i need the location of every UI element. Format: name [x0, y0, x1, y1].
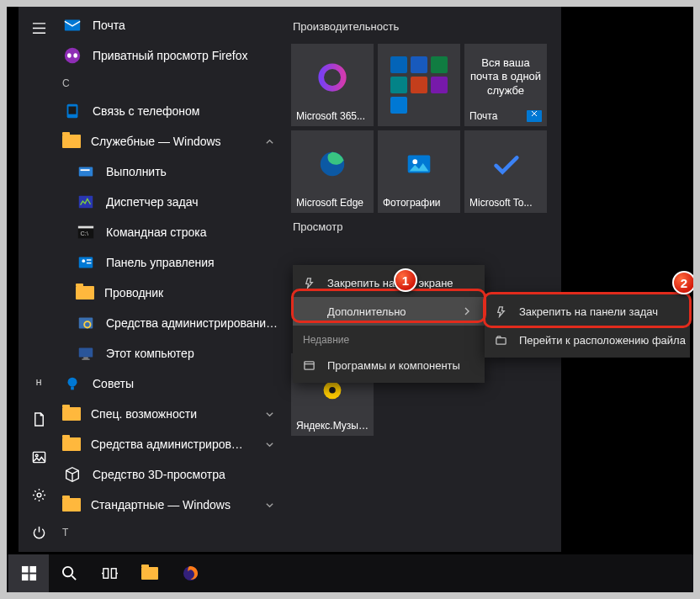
app-label: Панель управления [106, 256, 281, 269]
power-icon[interactable] [19, 514, 59, 552]
menu-label: Закрепить на нач экране [327, 277, 453, 289]
tile-group-title[interactable]: Просмотр [293, 217, 561, 236]
section-header[interactable]: Т [59, 520, 281, 545]
desktop-viewport: н Почта Приватный просмотр Firefox [7, 7, 693, 592]
list-item[interactable]: Почта [59, 10, 281, 40]
taskbar[interactable] [7, 554, 693, 592]
svg-rect-9 [79, 167, 93, 177]
svg-rect-18 [87, 262, 92, 263]
menu-pin-taskbar[interactable]: Закрепить на панели задач [485, 297, 690, 326]
list-item-folder[interactable]: Стандартные — Windows [59, 490, 281, 520]
apps-list[interactable]: Почта Приватный просмотр Firefox С Связь… [59, 7, 281, 552]
list-item[interactable]: Советы [59, 368, 281, 399]
app-label: Командная строка [106, 225, 281, 239]
tile-edge[interactable]: Microsoft Edge [291, 130, 374, 213]
chevron-up-icon [257, 137, 281, 146]
app-label: Приватный просмотр Firefox [93, 49, 281, 62]
list-item-folder[interactable]: Служебные — Windows [59, 126, 281, 156]
list-item-folder[interactable]: Средства администрирования W... [59, 429, 281, 459]
callout-badge-2: 2 [672, 271, 693, 294]
documents-icon[interactable] [19, 400, 59, 438]
context-menu: Закрепить на нач экране Дополнительно Не… [293, 265, 485, 383]
svg-point-24 [68, 378, 77, 387]
list-item[interactable]: Приватный просмотр Firefox [59, 40, 281, 71]
taskbar-firefox[interactable] [170, 554, 210, 592]
folder-icon [62, 135, 81, 148]
svg-point-16 [82, 259, 85, 262]
menu-programs[interactable]: Программы и компоненты [293, 351, 485, 379]
tile-ms365[interactable]: Microsoft 365... [291, 44, 374, 126]
search-button[interactable] [49, 554, 89, 592]
start-button[interactable] [8, 554, 49, 592]
chevron-down-icon [257, 501, 281, 510]
app-label: Служебные — Windows [91, 135, 247, 148]
rail-letter[interactable]: н [19, 363, 59, 400]
svg-rect-17 [87, 259, 92, 260]
tile-mail[interactable]: Вся ваша почта в одной службе Почта [464, 44, 547, 126]
start-rail: н [19, 7, 59, 552]
svg-rect-23 [82, 358, 89, 359]
svg-rect-40 [111, 569, 116, 578]
svg-rect-36 [21, 574, 28, 580]
folder-icon [62, 437, 81, 451]
app-label: Стандартные — Windows [91, 498, 247, 512]
tile-office-apps[interactable] [378, 44, 460, 126]
list-item[interactable]: Средство 3D-просмотра [59, 459, 281, 490]
svg-rect-32 [305, 361, 314, 368]
menu-open-location[interactable]: Перейти к расположению файла [485, 326, 690, 354]
svg-text:C:\: C:\ [81, 230, 89, 237]
chevron-right-icon [463, 305, 471, 318]
app-label: Проводник [104, 286, 281, 300]
phone-link-icon [62, 101, 82, 121]
svg-point-4 [65, 48, 80, 63]
list-item[interactable]: Средства администрирования Win [59, 308, 281, 338]
svg-point-1 [35, 454, 38, 457]
svg-rect-34 [21, 566, 28, 573]
menu-label: Дополнительно [327, 305, 406, 318]
menu-pin-start[interactable]: Закрепить на нач экране [293, 268, 485, 297]
svg-point-5 [67, 53, 72, 58]
list-item[interactable]: Связь с телефоном [59, 96, 281, 126]
svg-point-26 [321, 66, 344, 88]
svg-rect-21 [79, 348, 93, 358]
list-item[interactable]: Этот компьютер [59, 338, 281, 368]
list-item-folder[interactable]: Спец. возможности [59, 399, 281, 429]
chevron-down-icon [257, 440, 281, 449]
hamburger-button[interactable] [19, 9, 59, 47]
explorer-icon [76, 286, 94, 300]
tile-label: Почта [469, 110, 497, 122]
app-label: Советы [93, 377, 281, 390]
svg-rect-35 [29, 566, 36, 573]
tile-group-title[interactable]: Производительность [293, 17, 561, 35]
firefox-private-icon [62, 45, 82, 66]
app-label: Средства администрирования Win [106, 316, 281, 330]
svg-point-6 [73, 53, 77, 58]
this-pc-icon [76, 343, 96, 363]
list-item[interactable]: Диспетчер задач [59, 187, 281, 217]
list-item[interactable]: Выполнить [59, 156, 281, 187]
menu-more[interactable]: Дополнительно [293, 297, 485, 326]
list-item[interactable]: C:\ Командная строка [59, 217, 281, 247]
tile-label: Фотографии [378, 197, 460, 213]
tile-todo[interactable]: Microsoft To... [464, 130, 547, 213]
svg-rect-39 [103, 569, 108, 578]
settings-icon[interactable] [19, 476, 59, 514]
mail-icon [527, 110, 542, 122]
app-label: Спец. возможности [91, 407, 247, 421]
tile-photos[interactable]: Фотографии [378, 130, 460, 213]
pictures-icon[interactable] [19, 438, 59, 476]
tile-label: Microsoft To... [464, 197, 547, 213]
menu-section-header: Недавние [293, 326, 485, 351]
chevron-down-icon [257, 410, 281, 419]
section-header[interactable]: С [59, 71, 281, 96]
svg-point-31 [329, 387, 336, 394]
list-item[interactable]: Панель управления [59, 247, 281, 278]
svg-rect-25 [71, 387, 74, 390]
folder-icon [62, 407, 81, 421]
list-item[interactable]: Проводник [59, 278, 281, 308]
task-view-button[interactable] [89, 554, 130, 592]
tile-label: Яндекс.Музыка [291, 420, 374, 436]
taskbar-explorer[interactable] [130, 554, 170, 592]
cube-icon [62, 464, 82, 485]
svg-rect-33 [496, 337, 506, 344]
